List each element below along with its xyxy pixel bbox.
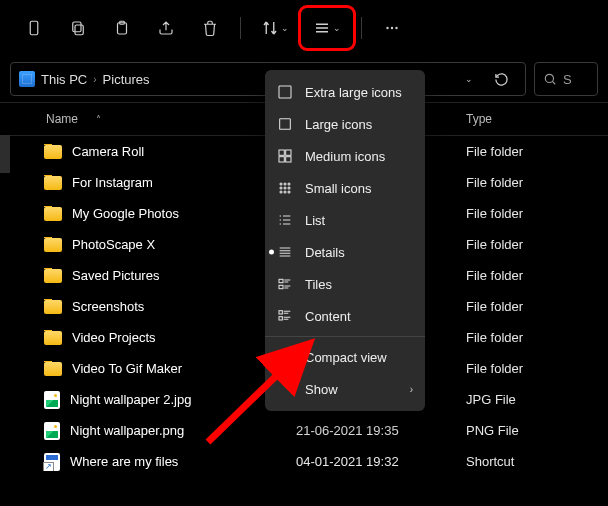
- history-dropdown[interactable]: ⌄: [455, 65, 483, 93]
- search-box[interactable]: S: [534, 62, 598, 96]
- toolbar-separator: [240, 17, 241, 39]
- list-view-icon: [277, 212, 293, 228]
- svg-point-17: [288, 183, 290, 185]
- lg-view-icon: [277, 116, 293, 132]
- sort-asc-icon: ˄: [96, 114, 101, 125]
- svg-rect-12: [286, 150, 291, 155]
- file-row[interactable]: Where are my files04-01-2021 19:32Shortc…: [0, 446, 608, 477]
- sort-button[interactable]: ⌄: [251, 10, 299, 46]
- svg-point-19: [284, 187, 286, 189]
- folder-icon: [44, 207, 62, 221]
- svg-point-23: [288, 191, 290, 193]
- toolbar: ⌄ ⌄: [0, 0, 608, 56]
- svg-point-5: [386, 27, 388, 29]
- folder-icon: [44, 176, 62, 190]
- content-view-icon: [277, 308, 293, 324]
- menu-item-extra-large-icons[interactable]: Extra large icons: [265, 76, 425, 108]
- more-button[interactable]: [372, 10, 412, 46]
- folder-icon: [44, 238, 62, 252]
- svg-rect-1: [75, 25, 83, 35]
- image-file-icon: [44, 422, 60, 440]
- menu-item-show[interactable]: Show›: [265, 373, 425, 405]
- md-view-icon: [277, 148, 293, 164]
- paste-button[interactable]: [102, 10, 142, 46]
- search-icon: [543, 72, 557, 86]
- file-name: Where are my files: [70, 454, 178, 469]
- file-type: File folder: [460, 237, 608, 252]
- svg-point-16: [284, 183, 286, 185]
- svg-rect-13: [279, 157, 284, 162]
- folder-icon: [44, 145, 62, 159]
- file-date: 21-06-2021 19:35: [290, 423, 460, 438]
- svg-rect-11: [279, 150, 284, 155]
- menu-item-tiles[interactable]: Tiles: [265, 268, 425, 300]
- file-name: My Google Photos: [72, 206, 179, 221]
- chevron-down-icon: ⌄: [281, 23, 289, 33]
- menu-item-label: Details: [305, 245, 345, 260]
- menu-item-details[interactable]: Details: [265, 236, 425, 268]
- copy-button[interactable]: [58, 10, 98, 46]
- menu-item-list[interactable]: List: [265, 204, 425, 236]
- menu-item-label: Show: [305, 382, 338, 397]
- file-name: PhotoScape X: [72, 237, 155, 252]
- file-row[interactable]: Night wallpaper.png21-06-2021 19:35PNG F…: [0, 415, 608, 446]
- svg-rect-25: [279, 285, 283, 288]
- menu-item-label: Tiles: [305, 277, 332, 292]
- file-type: File folder: [460, 144, 608, 159]
- menu-item-small-icons[interactable]: Small icons: [265, 172, 425, 204]
- svg-rect-14: [286, 157, 291, 162]
- file-type: PNG File: [460, 423, 608, 438]
- menu-item-label: Compact view: [305, 350, 387, 365]
- svg-rect-10: [280, 119, 291, 130]
- folder-icon: [44, 362, 62, 376]
- file-name: For Instagram: [72, 175, 153, 190]
- svg-point-6: [391, 27, 393, 29]
- column-name[interactable]: Name˄: [0, 112, 290, 126]
- file-name: Screenshots: [72, 299, 144, 314]
- details-view-icon: [277, 244, 293, 260]
- file-type: File folder: [460, 175, 608, 190]
- view-menu: Extra large iconsLarge iconsMedium icons…: [265, 70, 425, 411]
- share-button[interactable]: [146, 10, 186, 46]
- menu-item-label: Small icons: [305, 181, 371, 196]
- svg-point-15: [280, 183, 282, 185]
- file-name: Camera Roll: [72, 144, 144, 159]
- svg-rect-27: [279, 317, 282, 320]
- file-name: Video Projects: [72, 330, 156, 345]
- folder-icon: [44, 269, 62, 283]
- delete-button[interactable]: [190, 10, 230, 46]
- chevron-right-icon: ›: [410, 384, 413, 395]
- search-placeholder: S: [563, 72, 572, 87]
- chevron-right-icon: ›: [93, 74, 96, 85]
- menu-item-label: Large icons: [305, 117, 372, 132]
- breadcrumb[interactable]: This PC: [41, 72, 87, 87]
- menu-item-large-icons[interactable]: Large icons: [265, 108, 425, 140]
- svg-point-22: [284, 191, 286, 193]
- new-button[interactable]: [14, 10, 54, 46]
- svg-rect-2: [73, 22, 81, 32]
- file-type: File folder: [460, 206, 608, 221]
- folder-icon: [44, 331, 62, 345]
- view-button[interactable]: ⌄: [303, 10, 351, 46]
- menu-divider: [265, 336, 425, 337]
- image-file-icon: [44, 391, 60, 409]
- menu-item-label: Medium icons: [305, 149, 385, 164]
- file-type: Shortcut: [460, 454, 608, 469]
- file-type: File folder: [460, 268, 608, 283]
- file-type: File folder: [460, 330, 608, 345]
- svg-point-7: [395, 27, 397, 29]
- menu-item-content[interactable]: Content: [265, 300, 425, 332]
- breadcrumb[interactable]: Pictures: [103, 72, 150, 87]
- folder-icon: [44, 300, 62, 314]
- shortcut-icon: [44, 453, 60, 471]
- svg-rect-9: [279, 86, 291, 98]
- file-name: Night wallpaper.png: [70, 423, 184, 438]
- xl-view-icon: [277, 84, 293, 100]
- file-name: Saved Pictures: [72, 268, 159, 283]
- menu-item-medium-icons[interactable]: Medium icons: [265, 140, 425, 172]
- menu-item-compact-view[interactable]: Compact view: [265, 341, 425, 373]
- column-type[interactable]: Type: [460, 112, 608, 126]
- refresh-button[interactable]: [487, 65, 515, 93]
- menu-item-label: Content: [305, 309, 351, 324]
- svg-point-8: [545, 74, 553, 82]
